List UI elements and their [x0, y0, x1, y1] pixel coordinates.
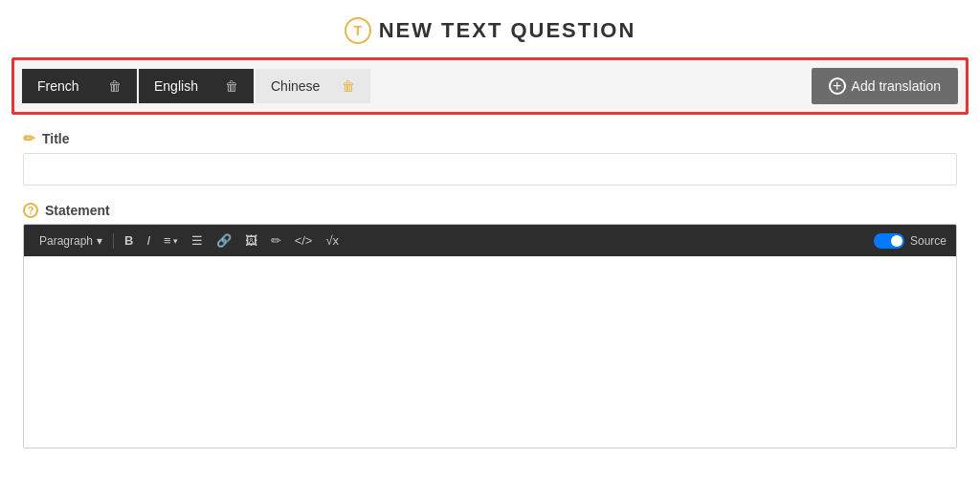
- list-button[interactable]: ☰: [186, 230, 209, 251]
- content-area: ✏ Title ? Statement Paragraph ▾ B I: [0, 124, 980, 454]
- language-tabs-wrapper: French 🗑 English 🗑 Chinese 🗑 + Add trans…: [11, 57, 969, 115]
- add-translation-label: Add translation: [852, 78, 941, 94]
- source-toggle[interactable]: Source: [874, 233, 947, 249]
- tab-french[interactable]: French 🗑: [22, 69, 137, 103]
- page-title: NEW TEXT QUESTION: [379, 18, 636, 43]
- add-translation-button[interactable]: + Add translation: [812, 68, 958, 104]
- paragraph-dropdown[interactable]: Paragraph ▾: [33, 231, 108, 251]
- title-label-row: ✏ Title: [23, 130, 957, 147]
- source-toggle-switch[interactable]: [874, 233, 904, 249]
- delete-english-icon[interactable]: 🗑: [225, 78, 238, 94]
- tab-english[interactable]: English 🗑: [139, 69, 254, 103]
- statement-help-icon: ?: [23, 203, 38, 218]
- rich-text-editor: Paragraph ▾ B I ≡ ▾ ☰ 🔗: [23, 224, 957, 448]
- statement-label-row: ? Statement: [23, 203, 957, 218]
- page-title-icon: T: [345, 17, 371, 44]
- chevron-down-icon: ▾: [97, 234, 102, 248]
- plus-circle-icon: +: [829, 77, 846, 95]
- language-tabs: French 🗑 English 🗑 Chinese 🗑 + Add trans…: [22, 68, 958, 104]
- tab-french-label: French: [37, 78, 79, 94]
- title-edit-icon: ✏: [23, 130, 35, 147]
- tab-chinese[interactable]: Chinese 🗑: [256, 69, 370, 103]
- statement-label: Statement: [45, 203, 110, 218]
- delete-chinese-icon[interactable]: 🗑: [342, 78, 355, 94]
- image-button[interactable]: 🖼: [239, 230, 263, 251]
- title-section: ✏ Title: [23, 130, 957, 186]
- tab-chinese-label: Chinese: [271, 78, 320, 94]
- title-label: Title: [42, 131, 70, 146]
- editor-toolbar: Paragraph ▾ B I ≡ ▾ ☰ 🔗: [24, 225, 956, 256]
- editor-body[interactable]: [24, 256, 956, 448]
- statement-section: ? Statement Paragraph ▾ B I ≡ ▾: [23, 203, 957, 448]
- page-header: T NEW TEXT QUESTION: [0, 0, 980, 57]
- title-input[interactable]: [23, 153, 957, 186]
- tab-english-label: English: [154, 78, 198, 94]
- code-button[interactable]: </>: [289, 230, 319, 251]
- align-button[interactable]: ≡ ▾: [158, 230, 184, 251]
- italic-button[interactable]: I: [141, 230, 156, 251]
- bold-button[interactable]: B: [119, 230, 139, 251]
- toolbar-separator-1: [113, 233, 114, 249]
- source-label: Source: [910, 234, 947, 248]
- math-button[interactable]: √x: [320, 230, 345, 251]
- align-chevron-icon: ▾: [173, 236, 178, 246]
- delete-french-icon[interactable]: 🗑: [108, 78, 122, 94]
- brush-button[interactable]: ✏: [265, 230, 287, 251]
- link-button[interactable]: 🔗: [211, 230, 237, 251]
